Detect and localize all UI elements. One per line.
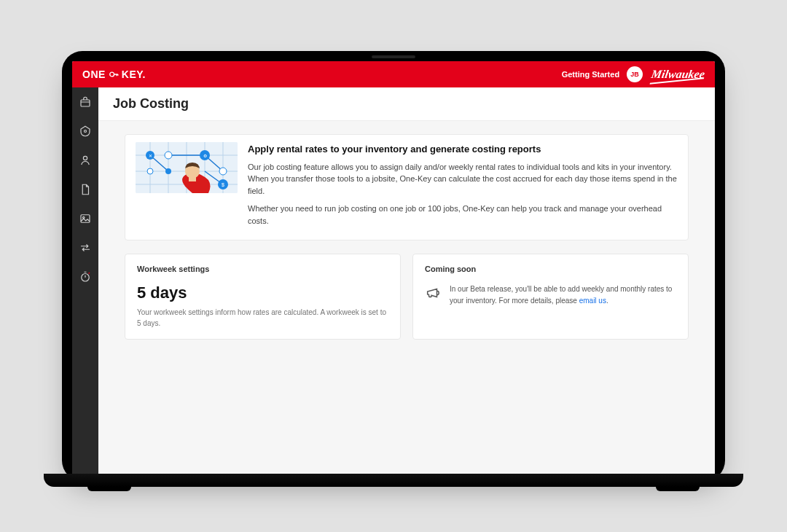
svg-rect-1 — [81, 100, 90, 106]
svg-point-29 — [147, 168, 153, 174]
hero-card: ✕ ⚙ $ — [125, 134, 689, 240]
key-word: KEY. — [122, 69, 146, 80]
top-app-bar: ONE KEY. Getting Started JB Milwaukee — [72, 61, 715, 87]
hero-title: Apply rental rates to your inventory and… — [248, 142, 678, 157]
one-word: ONE — [82, 69, 106, 80]
app-screen: ONE KEY. Getting Started JB Milwaukee — [72, 61, 715, 475]
person-icon[interactable] — [78, 153, 93, 168]
coming-text-suffix: . — [606, 297, 608, 305]
coming-text-prefix: In our Beta release, you'll be able to a… — [450, 285, 672, 305]
laptop-frame: ONE KEY. Getting Started JB Milwaukee — [62, 51, 725, 481]
coming-soon-text: In our Beta release, you'll be able to a… — [450, 283, 676, 307]
page-title: Job Costing — [113, 96, 700, 112]
workweek-value: 5 days — [137, 283, 388, 302]
workweek-label: Workweek settings — [137, 265, 388, 273]
avatar[interactable]: JB — [627, 66, 643, 82]
left-sidebar — [72, 87, 98, 475]
svg-point-26 — [219, 168, 227, 175]
onekey-logo[interactable]: ONE KEY. — [82, 69, 146, 80]
timer-icon[interactable] — [78, 270, 93, 284]
tool-tag-icon[interactable] — [78, 124, 93, 138]
megaphone-icon — [425, 285, 441, 301]
getting-started-link[interactable]: Getting Started — [562, 70, 619, 79]
svg-text:$: $ — [222, 182, 224, 187]
svg-point-25 — [165, 168, 171, 174]
svg-point-3 — [83, 156, 87, 160]
svg-text:⚙: ⚙ — [203, 154, 207, 158]
image-icon[interactable] — [78, 211, 93, 226]
svg-point-22 — [165, 152, 172, 159]
key-icon — [109, 69, 119, 79]
page-header: Job Costing — [98, 87, 715, 121]
svg-rect-4 — [81, 215, 90, 223]
email-us-link[interactable]: email us — [579, 297, 606, 305]
hero-text: Apply rental rates to your inventory and… — [248, 142, 678, 232]
svg-point-2 — [85, 130, 87, 133]
document-icon[interactable] — [78, 182, 93, 197]
transfer-icon[interactable] — [78, 240, 93, 255]
hero-illustration: ✕ ⚙ $ — [136, 142, 238, 193]
workweek-description: Your workweek settings inform how rates … — [137, 307, 388, 329]
svg-point-0 — [110, 72, 114, 77]
milwaukee-logo[interactable]: Milwaukee — [651, 69, 706, 80]
laptop-base — [44, 474, 743, 487]
svg-rect-31 — [189, 177, 196, 181]
inventory-icon[interactable] — [78, 95, 93, 109]
coming-soon-card: Coming soon In our Beta release, you'll … — [412, 254, 689, 340]
hero-paragraph-2: Whether you need to run job costing on o… — [248, 203, 678, 227]
svg-text:✕: ✕ — [149, 154, 152, 158]
main-area: Job Costing — [98, 87, 715, 475]
hero-paragraph-1: Our job costing feature allows you to as… — [248, 161, 678, 197]
workweek-card: Workweek settings 5 days Your workweek s… — [125, 254, 401, 340]
content-area: ✕ ⚙ $ — [98, 121, 715, 475]
coming-soon-label: Coming soon — [425, 265, 676, 273]
